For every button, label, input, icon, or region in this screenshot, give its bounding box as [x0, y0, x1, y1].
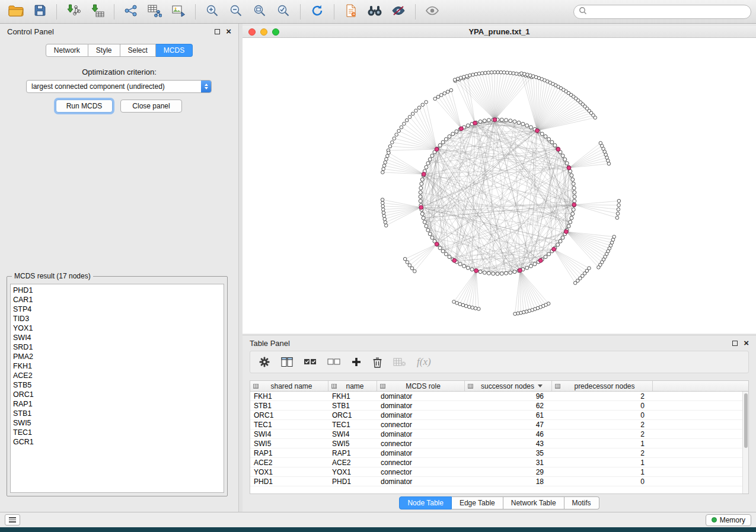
zoom-in-button[interactable]	[201, 2, 224, 21]
column-header-MCDS-role[interactable]: MCDS role	[377, 381, 465, 391]
table-row[interactable]: ORC1ORC1dominator610	[250, 411, 742, 420]
tab-style[interactable]: Style	[88, 44, 120, 57]
refresh-view-button[interactable]	[306, 2, 328, 21]
column-header-predecessor-nodes[interactable]: predecessor nodes	[552, 381, 653, 391]
binoculars-icon	[367, 5, 382, 19]
save-session-button[interactable]	[28, 2, 51, 21]
new-network-button[interactable]	[120, 2, 142, 21]
float-panel-icon[interactable]	[215, 29, 220, 34]
close-panel-icon[interactable]: ×	[226, 28, 231, 34]
table-row[interactable]: PHD1PHD1dominator180	[250, 477, 742, 486]
mcds-result-list[interactable]: PHD1CAR1STP4TID3YOX1SWI4SRD1PMA2FKH1ACE2…	[10, 284, 224, 493]
optimization-criterion-label: Optimization criterion:	[0, 68, 238, 76]
column-header-successor-nodes[interactable]: successor nodes	[465, 381, 552, 391]
create-column-button[interactable]	[351, 357, 362, 367]
network-from-table-button[interactable]	[143, 2, 166, 21]
mcds-result-item[interactable]: FKH1	[13, 361, 221, 371]
table-cell: 61	[465, 411, 552, 419]
column-type-icon	[468, 384, 473, 389]
table-row[interactable]: SWI5SWI5connector431	[250, 439, 742, 448]
column-header-label: MCDS role	[398, 382, 443, 390]
export-report-button[interactable]	[340, 2, 362, 21]
delete-column-button[interactable]	[372, 357, 382, 368]
column-header-label: shared name	[263, 382, 314, 390]
table-toolbar: f(x)	[250, 351, 749, 373]
mcds-result-item[interactable]: PHD1	[13, 286, 221, 295]
deselect-all-button[interactable]	[327, 357, 340, 367]
column-header-label: successor nodes	[474, 382, 537, 390]
import-network-from-file-button[interactable]	[62, 2, 85, 21]
tab-network[interactable]: Network	[46, 44, 88, 57]
main-toolbar	[0, 0, 756, 24]
table-row[interactable]: SWI4SWI4dominator462	[250, 430, 742, 439]
select-all-button[interactable]	[304, 357, 317, 367]
zoom-selected-button[interactable]	[272, 2, 295, 21]
table-row[interactable]: YOX1YOX1connector291	[250, 467, 742, 477]
control-panel-tabs: NetworkStyleSelectMCDS	[0, 44, 238, 57]
mcds-result-item[interactable]: RAP1	[13, 399, 221, 409]
mcds-result-item[interactable]: STP4	[13, 305, 221, 314]
show-columns-button[interactable]	[281, 357, 293, 367]
tab-select[interactable]: Select	[120, 44, 156, 57]
application-window: Control Panel × NetworkStyleSelectMCDS O…	[0, 0, 756, 527]
mcds-result-item[interactable]: STB1	[13, 409, 221, 418]
criterion-dropdown-value: largest connected component (undirected)	[27, 82, 201, 91]
table-cell: SWI4	[250, 430, 328, 438]
tab-motifs[interactable]: Motifs	[564, 496, 599, 509]
show-graphics-details-button[interactable]	[421, 2, 444, 21]
zoom-fit-button[interactable]	[248, 2, 271, 21]
global-search-field[interactable]	[573, 5, 751, 19]
column-header-shared-name[interactable]: shared name	[250, 381, 328, 391]
table-row[interactable]: ACE2ACE2connector311	[250, 458, 742, 467]
network-from-image-button[interactable]	[167, 2, 190, 21]
panel-menu-button[interactable]	[5, 514, 20, 525]
close-panel-icon[interactable]: ×	[744, 340, 749, 346]
mcds-result-item[interactable]: YOX1	[13, 323, 221, 333]
table-header-row: shared namenameMCDS rolesuccessor nodesp…	[250, 381, 748, 392]
network-graph[interactable]	[243, 38, 756, 334]
tab-mcds[interactable]: MCDS	[156, 44, 193, 57]
run-mcds-button[interactable]: Run MCDS	[56, 100, 113, 113]
table-body[interactable]: FKH1FKH1dominator962STB1STB1dominator620…	[250, 392, 742, 493]
table-cell: 96	[465, 392, 552, 400]
tab-network-table[interactable]: Network Table	[503, 496, 564, 509]
search-input[interactable]	[590, 8, 746, 16]
close-panel-button[interactable]: Close panel	[120, 100, 182, 113]
mcds-result-item[interactable]: PMA2	[13, 352, 221, 361]
tab-node-table[interactable]: Node Table	[399, 496, 452, 509]
zoom-out-button[interactable]	[225, 2, 247, 21]
mcds-result-item[interactable]: TID3	[13, 314, 221, 323]
scrollbar-thumb[interactable]	[744, 393, 748, 448]
table-scrollbar[interactable]	[742, 392, 748, 493]
mcds-result-item[interactable]: SRD1	[13, 342, 221, 352]
mcds-result-item[interactable]: CAR1	[13, 295, 221, 305]
import-table-from-file-button[interactable]	[86, 2, 109, 21]
network-window-titlebar[interactable]: YPA_prune.txt_1	[243, 26, 756, 38]
hide-graphics-details-button[interactable]	[387, 2, 410, 21]
table-cell: connector	[377, 420, 465, 429]
column-header-name[interactable]: name	[328, 381, 377, 391]
mcds-result-item[interactable]: SWI5	[13, 418, 221, 428]
open-session-button[interactable]	[5, 2, 27, 21]
mcds-result-item[interactable]: GCR1	[13, 437, 221, 447]
mcds-result-item[interactable]: SWI4	[13, 333, 221, 342]
mcds-result-item[interactable]: ORC1	[13, 390, 221, 399]
table-cell: connector	[377, 458, 465, 467]
mcds-result-item[interactable]: STB5	[13, 380, 221, 390]
table-cell: ORC1	[250, 411, 328, 419]
table-row[interactable]: RAP1RAP1dominator352	[250, 448, 742, 458]
table-row[interactable]: STB1STB1dominator620	[250, 401, 742, 411]
criterion-dropdown[interactable]: largest connected component (undirected)	[26, 80, 212, 93]
search-network-button[interactable]	[363, 2, 386, 21]
table-settings-button[interactable]	[259, 356, 270, 368]
table-cell: dominator	[377, 411, 465, 419]
import-table-icon	[90, 4, 104, 20]
table-row[interactable]: FKH1FKH1dominator962	[250, 392, 742, 401]
mcds-result-item[interactable]: TEC1	[13, 428, 221, 437]
memory-button[interactable]: Memory	[706, 514, 751, 526]
tab-edge-table[interactable]: Edge Table	[452, 496, 503, 509]
mcds-result-item[interactable]: ACE2	[13, 371, 221, 380]
table-row[interactable]: TEC1TEC1connector472	[250, 420, 742, 430]
float-panel-icon[interactable]	[732, 341, 738, 346]
table-cell: FKH1	[250, 392, 328, 400]
